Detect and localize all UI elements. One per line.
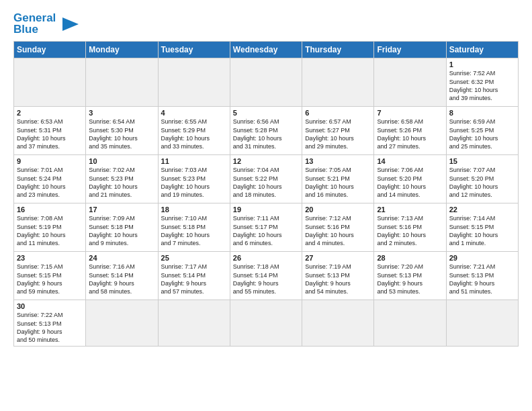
day-info: Sunrise: 7:09 AMSunset: 5:18 PMDaylight:… [89, 214, 154, 247]
day-number: 13 [305, 157, 371, 165]
week-row-0: 1Sunrise: 7:52 AMSunset: 6:32 PMDaylight… [14, 58, 519, 107]
day-number: 27 [305, 254, 371, 262]
day-info: Sunrise: 7:16 AMSunset: 5:14 PMDaylight:… [89, 263, 154, 295]
day-info: Sunrise: 7:07 AMSunset: 5:20 PMDaylight:… [449, 166, 515, 199]
week-row-2: 9Sunrise: 7:01 AMSunset: 5:24 PMDaylight… [14, 155, 519, 203]
day-info: Sunrise: 7:52 AMSunset: 6:32 PMDaylight:… [449, 69, 515, 102]
day-cell: 25Sunrise: 7:17 AMSunset: 5:14 PMDayligh… [158, 252, 230, 300]
day-info: Sunrise: 7:10 AMSunset: 5:18 PMDaylight:… [161, 214, 227, 247]
day-info: Sunrise: 7:15 AMSunset: 5:15 PMDaylight:… [17, 263, 83, 295]
day-info: Sunrise: 7:18 AMSunset: 5:14 PMDaylight:… [233, 263, 299, 295]
day-number: 14 [377, 157, 443, 165]
weekday-header-row: SundayMondayTuesdayWednesdayThursdayFrid… [14, 42, 519, 58]
day-number: 1 [449, 60, 515, 68]
day-cell: 18Sunrise: 7:10 AMSunset: 5:18 PMDayligh… [158, 203, 230, 252]
day-cell: 9Sunrise: 7:01 AMSunset: 5:24 PMDaylight… [14, 155, 86, 203]
day-info: Sunrise: 7:22 AMSunset: 5:13 PMDaylight:… [17, 311, 83, 344]
day-cell: 2Sunrise: 6:53 AMSunset: 5:31 PMDaylight… [14, 107, 86, 155]
day-info: Sunrise: 6:56 AMSunset: 5:28 PMDaylight:… [233, 118, 299, 150]
day-number: 26 [233, 254, 299, 262]
day-number: 6 [305, 109, 371, 117]
day-info: Sunrise: 7:06 AMSunset: 5:20 PMDaylight:… [377, 166, 443, 199]
weekday-wednesday: Wednesday [230, 42, 302, 58]
week-row-3: 16Sunrise: 7:08 AMSunset: 5:19 PMDayligh… [14, 203, 519, 252]
day-cell: 19Sunrise: 7:11 AMSunset: 5:17 PMDayligh… [230, 203, 302, 252]
day-cell [374, 58, 446, 107]
day-cell: 24Sunrise: 7:16 AMSunset: 5:14 PMDayligh… [86, 252, 158, 300]
day-cell [374, 300, 446, 347]
day-number: 17 [89, 205, 154, 214]
day-cell: 7Sunrise: 6:58 AMSunset: 5:26 PMDaylight… [374, 107, 446, 155]
day-cell [230, 300, 302, 347]
day-number: 20 [305, 205, 371, 214]
day-cell: 1Sunrise: 7:52 AMSunset: 6:32 PMDaylight… [446, 58, 518, 107]
weekday-saturday: Saturday [446, 42, 518, 58]
day-number: 2 [17, 109, 83, 117]
day-number: 19 [233, 205, 299, 214]
weekday-tuesday: Tuesday [158, 42, 230, 58]
day-cell: 21Sunrise: 7:13 AMSunset: 5:16 PMDayligh… [374, 203, 446, 252]
day-info: Sunrise: 7:14 AMSunset: 5:15 PMDaylight:… [449, 214, 515, 247]
day-cell [86, 58, 158, 107]
day-cell: 8Sunrise: 6:59 AMSunset: 5:25 PMDaylight… [446, 107, 518, 155]
page: General Blue SundayMondayTuesdayWednesda… [0, 0, 532, 411]
day-cell: 28Sunrise: 7:20 AMSunset: 5:13 PMDayligh… [374, 252, 446, 300]
day-number: 30 [17, 302, 83, 310]
day-cell: 12Sunrise: 7:04 AMSunset: 5:22 PMDayligh… [230, 155, 302, 203]
day-info: Sunrise: 7:01 AMSunset: 5:24 PMDaylight:… [17, 166, 83, 199]
day-info: Sunrise: 6:59 AMSunset: 5:25 PMDaylight:… [449, 118, 515, 150]
day-number: 9 [17, 157, 83, 165]
day-info: Sunrise: 7:05 AMSunset: 5:21 PMDaylight:… [305, 166, 371, 199]
day-info: Sunrise: 7:20 AMSunset: 5:13 PMDaylight:… [377, 263, 443, 295]
day-cell [86, 300, 158, 347]
day-number: 15 [449, 157, 515, 165]
day-cell [302, 58, 374, 107]
day-cell [14, 58, 86, 107]
day-cell: 30Sunrise: 7:22 AMSunset: 5:13 PMDayligh… [14, 300, 86, 347]
day-info: Sunrise: 7:13 AMSunset: 5:16 PMDaylight:… [377, 214, 443, 247]
day-number: 10 [89, 157, 154, 165]
day-number: 24 [89, 254, 154, 262]
day-cell: 16Sunrise: 7:08 AMSunset: 5:19 PMDayligh… [14, 203, 86, 252]
day-cell: 26Sunrise: 7:18 AMSunset: 5:14 PMDayligh… [230, 252, 302, 300]
day-info: Sunrise: 6:55 AMSunset: 5:29 PMDaylight:… [161, 118, 227, 150]
calendar: SundayMondayTuesdayWednesdayThursdayFrid… [13, 41, 519, 347]
weekday-monday: Monday [86, 42, 158, 58]
day-number: 28 [377, 254, 443, 262]
day-cell: 29Sunrise: 7:21 AMSunset: 5:13 PMDayligh… [446, 252, 518, 300]
day-cell: 22Sunrise: 7:14 AMSunset: 5:15 PMDayligh… [446, 203, 518, 252]
day-cell [230, 58, 302, 107]
day-cell: 15Sunrise: 7:07 AMSunset: 5:20 PMDayligh… [446, 155, 518, 203]
day-info: Sunrise: 7:19 AMSunset: 5:13 PMDaylight:… [305, 263, 371, 295]
day-info: Sunrise: 6:54 AMSunset: 5:30 PMDaylight:… [89, 118, 154, 150]
day-number: 3 [89, 109, 154, 117]
day-cell: 10Sunrise: 7:02 AMSunset: 5:23 PMDayligh… [86, 155, 158, 203]
day-number: 5 [233, 109, 299, 117]
day-cell: 11Sunrise: 7:03 AMSunset: 5:23 PMDayligh… [158, 155, 230, 203]
day-number: 25 [161, 254, 227, 262]
day-info: Sunrise: 6:57 AMSunset: 5:27 PMDaylight:… [305, 118, 371, 150]
day-number: 21 [377, 205, 443, 214]
day-cell [446, 300, 518, 347]
weekday-friday: Friday [374, 42, 446, 58]
day-info: Sunrise: 6:53 AMSunset: 5:31 PMDaylight:… [17, 118, 83, 150]
day-info: Sunrise: 7:21 AMSunset: 5:13 PMDaylight:… [449, 263, 515, 295]
day-cell: 27Sunrise: 7:19 AMSunset: 5:13 PMDayligh… [302, 252, 374, 300]
day-info: Sunrise: 7:08 AMSunset: 5:19 PMDaylight:… [17, 214, 83, 247]
day-info: Sunrise: 7:04 AMSunset: 5:22 PMDaylight:… [233, 166, 299, 199]
week-row-4: 23Sunrise: 7:15 AMSunset: 5:15 PMDayligh… [14, 252, 519, 300]
day-number: 8 [449, 109, 515, 117]
day-info: Sunrise: 7:11 AMSunset: 5:17 PMDaylight:… [233, 214, 299, 247]
day-number: 7 [377, 109, 443, 117]
day-info: Sunrise: 7:17 AMSunset: 5:14 PMDaylight:… [161, 263, 227, 295]
day-info: Sunrise: 7:02 AMSunset: 5:23 PMDaylight:… [89, 166, 154, 199]
day-info: Sunrise: 7:03 AMSunset: 5:23 PMDaylight:… [161, 166, 227, 199]
day-cell: 13Sunrise: 7:05 AMSunset: 5:21 PMDayligh… [302, 155, 374, 203]
day-cell [302, 300, 374, 347]
day-cell: 4Sunrise: 6:55 AMSunset: 5:29 PMDaylight… [158, 107, 230, 155]
day-cell: 3Sunrise: 6:54 AMSunset: 5:30 PMDaylight… [86, 107, 158, 155]
logo: General Blue [13, 12, 80, 36]
week-row-5: 30Sunrise: 7:22 AMSunset: 5:13 PMDayligh… [14, 300, 519, 347]
day-info: Sunrise: 7:12 AMSunset: 5:16 PMDaylight:… [305, 214, 371, 247]
day-number: 11 [161, 157, 227, 165]
